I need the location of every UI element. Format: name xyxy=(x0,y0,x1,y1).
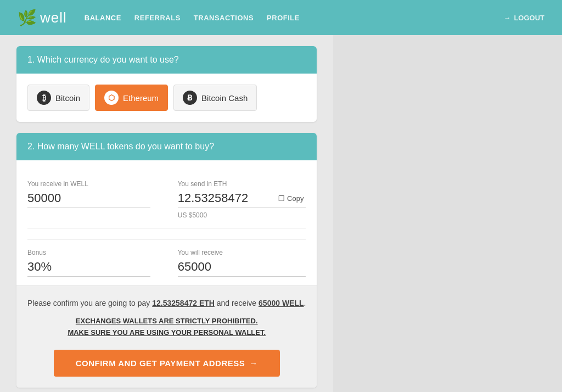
warning-text: EXCHANGES WALLETS ARE STRICTLY PROHIBITE… xyxy=(27,316,306,339)
main-content: 1. Which currency do you want to use? ₿ … xyxy=(0,35,333,392)
receive-label: You receive in WELL xyxy=(27,180,150,188)
receive-value-row: 50000 xyxy=(27,191,150,208)
section-tokens-header: 2. How many WELL tokens do you want to b… xyxy=(16,133,317,160)
confirm-text: Please confirm you are going to pay 12.5… xyxy=(27,297,306,309)
section-currency-title: 1. Which currency do you want to use? xyxy=(27,55,179,64)
section-currency-body: ₿ Bitcoin ⬡ Ethereum Ƀ Bitcoin Cash xyxy=(16,74,317,122)
navbar: 🌿 well BALANCE REFERRALS TRANSACTIONS PR… xyxy=(0,0,562,35)
confirm-receive-amount: 65000 WELL xyxy=(258,299,304,307)
warning-line1: EXCHANGES WALLETS ARE STRICTLY PROHIBITE… xyxy=(76,317,258,325)
field-bonus: Bonus 30% xyxy=(27,240,167,285)
will-receive-label: You will receive xyxy=(178,249,306,256)
logo-text: well xyxy=(40,9,67,26)
ethereum-icon: ⬡ xyxy=(104,91,119,105)
bch-label: Bitcoin Cash xyxy=(201,93,248,103)
field-will-receive: You will receive 65000 xyxy=(167,240,306,285)
confirm-btn-label: CONFIRM AND GET PAYMENT ADDRESS xyxy=(76,359,245,368)
section-currency-header: 1. Which currency do you want to use? xyxy=(16,46,317,74)
confirm-middle: and receive xyxy=(215,299,258,307)
send-value-row: 12.53258472 ❐ Copy xyxy=(178,191,306,208)
currency-options: ₿ Bitcoin ⬡ Ethereum Ƀ Bitcoin Cash xyxy=(27,85,306,111)
bch-icon: Ƀ xyxy=(183,91,197,105)
logo: 🌿 well xyxy=(18,9,67,27)
receive-value: 50000 xyxy=(27,191,61,205)
currency-btn-bch[interactable]: Ƀ Bitcoin Cash xyxy=(173,85,257,111)
nav-links: BALANCE REFERRALS TRANSACTIONS PROFILE xyxy=(85,14,504,22)
send-sub: US $5000 xyxy=(178,211,306,219)
logout-icon: → xyxy=(503,14,510,22)
field-receive: You receive in WELL 50000 xyxy=(27,171,167,228)
bonus-value-row: 30% xyxy=(27,260,150,277)
confirm-box: Please confirm you are going to pay 12.5… xyxy=(16,285,317,388)
tokens-fields-top: You receive in WELL 50000 You send in ET… xyxy=(16,160,317,234)
section-tokens-title: 2. How many WELL tokens do you want to b… xyxy=(27,142,214,151)
nav-balance[interactable]: BALANCE xyxy=(85,14,121,22)
nav-transactions[interactable]: TRANSACTIONS xyxy=(194,14,254,22)
ethereum-label: Ethereum xyxy=(123,93,159,103)
fields-grid-top: You receive in WELL 50000 You send in ET… xyxy=(27,171,306,228)
field-send: You send in ETH 12.53258472 ❐ Copy US $5… xyxy=(167,171,306,228)
bitcoin-icon: ₿ xyxy=(37,91,51,105)
right-panel xyxy=(333,35,562,392)
section-currency: 1. Which currency do you want to use? ₿ … xyxy=(16,46,317,122)
confirm-btn-arrow: → xyxy=(249,359,258,368)
tokens-fields-bottom: Bonus 30% You will receive 65000 xyxy=(16,234,317,285)
page-wrapper: 1. Which currency do you want to use? ₿ … xyxy=(0,35,562,392)
nav-profile[interactable]: PROFILE xyxy=(267,14,300,22)
logout-label: LOGOUT xyxy=(514,14,544,22)
currency-btn-bitcoin[interactable]: ₿ Bitcoin xyxy=(27,85,89,111)
confirm-button[interactable]: CONFIRM AND GET PAYMENT ADDRESS → xyxy=(54,350,280,377)
bonus-value: 30% xyxy=(27,260,52,274)
copy-button[interactable]: ❐ Copy xyxy=(276,193,306,204)
confirm-prefix: Please confirm you are going to pay xyxy=(27,299,152,307)
confirm-suffix: . xyxy=(304,299,306,307)
bitcoin-label: Bitcoin xyxy=(55,93,80,103)
warning-line2: MAKE SURE YOU ARE USING YOUR PERSONAL WA… xyxy=(68,328,266,337)
send-value: 12.53258472 xyxy=(178,191,248,205)
nav-referrals[interactable]: REFERRALS xyxy=(134,14,181,22)
bonus-label: Bonus xyxy=(27,249,150,256)
will-receive-value: 65000 xyxy=(178,260,211,274)
section-tokens: 2. How many WELL tokens do you want to b… xyxy=(16,133,317,388)
confirm-pay-amount: 12.53258472 ETH xyxy=(152,299,215,307)
currency-btn-ethereum[interactable]: ⬡ Ethereum xyxy=(95,85,168,111)
copy-label: Copy xyxy=(287,194,304,203)
send-label: You send in ETH xyxy=(178,180,306,188)
logout-button[interactable]: → LOGOUT xyxy=(503,14,544,22)
fields-grid-bottom: Bonus 30% You will receive 65000 xyxy=(27,239,306,285)
will-receive-value-row: 65000 xyxy=(178,260,306,277)
logo-icon: 🌿 xyxy=(18,9,37,27)
copy-icon: ❐ xyxy=(278,194,285,203)
